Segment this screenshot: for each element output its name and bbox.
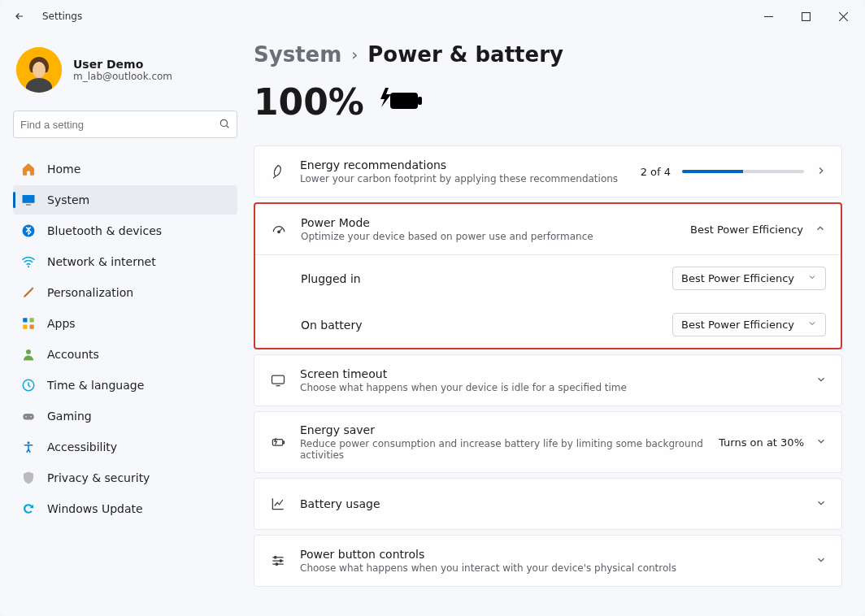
search-box[interactable]: [13, 111, 237, 138]
svg-point-3: [220, 119, 227, 126]
card-desc: Choose what happens when you interact wi…: [300, 562, 802, 574]
nav-label: Bluetooth & devices: [47, 224, 162, 237]
leaf-icon: [269, 163, 287, 180]
svg-point-2: [33, 62, 46, 78]
svg-rect-19: [390, 93, 418, 109]
shield-icon: [21, 471, 36, 485]
battery-saver-icon: [269, 434, 287, 450]
card-title: Power Mode: [301, 216, 677, 229]
screen-timeout-card[interactable]: Screen timeout Choose what happens when …: [254, 354, 842, 406]
svg-rect-9: [23, 318, 27, 322]
nav-label: Time & language: [47, 379, 144, 392]
power-mode-header[interactable]: Power Mode Optimize your device based on…: [255, 204, 841, 254]
clock-icon: [21, 378, 36, 393]
minimize-button[interactable]: [750, 0, 787, 33]
power-mode-card: Power Mode Optimize your device based on…: [254, 202, 842, 349]
svg-rect-12: [30, 325, 34, 329]
back-button[interactable]: [3, 0, 36, 33]
search-icon: [219, 117, 230, 132]
nav-label: Accounts: [47, 348, 99, 361]
nav-label: System: [47, 193, 89, 206]
svg-rect-0: [802, 12, 810, 20]
nav-update[interactable]: Windows Update: [13, 494, 237, 523]
card-title: Energy saver: [300, 423, 706, 436]
nav-label: Network & internet: [47, 255, 156, 268]
chevron-down-icon: [815, 436, 827, 449]
breadcrumb-current: Power & battery: [367, 42, 563, 67]
svg-point-7: [28, 266, 29, 267]
on-battery-label: On battery: [301, 319, 659, 332]
breadcrumb: System › Power & battery: [254, 42, 842, 67]
system-icon: [21, 193, 36, 207]
nav-system[interactable]: System: [13, 185, 237, 215]
profile-email: m_lab@outlook.com: [73, 71, 172, 82]
card-desc: Reduce power consumption and increase ba…: [300, 438, 706, 461]
battery-percent: 100%: [254, 81, 364, 123]
svg-rect-20: [418, 97, 422, 105]
dropdown-value: Best Power Efficiency: [681, 272, 794, 284]
svg-rect-22: [272, 375, 285, 384]
chevron-down-icon: [815, 554, 827, 568]
wifi-icon: [21, 254, 36, 269]
energy-saver-status: Turns on at 30%: [719, 436, 804, 449]
gauge-icon: [270, 221, 288, 237]
plugged-in-dropdown[interactable]: Best Power Efficiency: [672, 267, 826, 290]
home-icon: [21, 162, 36, 176]
chevron-right-icon: ›: [351, 45, 358, 64]
main-content: System › Power & battery 100% Energy rec…: [244, 33, 865, 616]
svg-rect-15: [23, 414, 34, 420]
dropdown-value: Best Power Efficiency: [681, 319, 794, 331]
maximize-button[interactable]: [787, 0, 824, 33]
chevron-down-icon: [815, 374, 827, 388]
svg-point-16: [25, 416, 27, 418]
battery-status: 100%: [254, 81, 842, 123]
close-button[interactable]: [824, 0, 862, 33]
card-title: Screen timeout: [300, 367, 802, 380]
svg-rect-4: [23, 195, 35, 203]
nav-accounts[interactable]: Accounts: [13, 340, 237, 369]
svg-point-27: [276, 563, 278, 566]
nav-bluetooth[interactable]: Bluetooth & devices: [13, 216, 237, 245]
nav-network[interactable]: Network & internet: [13, 247, 237, 276]
avatar: [16, 47, 62, 93]
svg-rect-5: [26, 204, 31, 206]
energy-recommendations-card[interactable]: Energy recommendations Lower your carbon…: [254, 145, 842, 197]
profile[interactable]: User Demo m_lab@outlook.com: [13, 42, 237, 107]
svg-point-17: [30, 416, 32, 418]
sidebar: User Demo m_lab@outlook.com Home System: [0, 33, 244, 616]
search-input[interactable]: [20, 119, 219, 131]
breadcrumb-parent[interactable]: System: [254, 42, 341, 67]
plugged-in-label: Plugged in: [301, 272, 659, 285]
on-battery-row: On battery Best Power Efficiency: [255, 301, 841, 348]
nav-time[interactable]: Time & language: [13, 371, 237, 400]
nav-privacy[interactable]: Privacy & security: [13, 463, 237, 492]
on-battery-dropdown[interactable]: Best Power Efficiency: [672, 313, 826, 336]
nav-personalization[interactable]: Personalization: [13, 278, 237, 307]
chevron-right-icon: [815, 165, 827, 179]
apps-icon: [21, 316, 36, 331]
progress-bar: [682, 170, 804, 173]
battery-usage-card[interactable]: Battery usage: [254, 478, 842, 530]
plugged-in-row: Plugged in Best Power Efficiency: [255, 255, 841, 301]
chevron-down-icon: [807, 319, 817, 331]
svg-rect-10: [30, 318, 34, 322]
nav-label: Accessibility: [47, 440, 117, 453]
svg-point-26: [280, 560, 282, 562]
nav-accessibility[interactable]: Accessibility: [13, 432, 237, 462]
chevron-down-icon: [815, 497, 827, 511]
titlebar: Settings: [0, 0, 865, 33]
monitor-icon: [269, 372, 287, 388]
nav-home[interactable]: Home: [13, 154, 237, 184]
card-desc: Lower your carbon footprint by applying …: [300, 173, 628, 184]
chevron-up-icon: [815, 223, 826, 236]
nav-gaming[interactable]: Gaming: [13, 401, 237, 431]
person-icon: [21, 347, 36, 362]
controls-icon: [269, 553, 287, 569]
brush-icon: [21, 285, 36, 300]
energy-saver-card[interactable]: Energy saver Reduce power consumption an…: [254, 411, 842, 473]
nav-label: Windows Update: [47, 502, 143, 515]
bluetooth-icon: [21, 223, 36, 238]
svg-point-13: [26, 349, 31, 354]
nav-apps[interactable]: Apps: [13, 309, 237, 338]
power-button-card[interactable]: Power button controls Choose what happen…: [254, 535, 842, 587]
